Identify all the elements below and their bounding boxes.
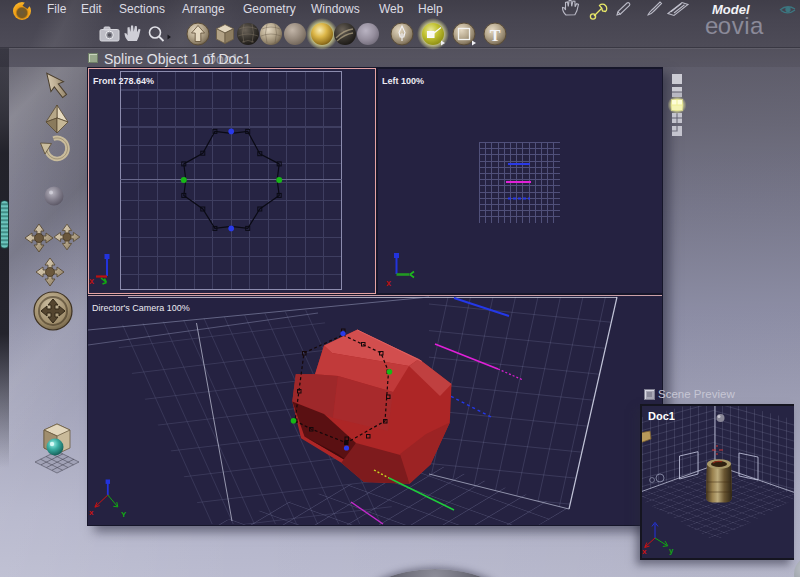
svg-text:Y: Y <box>121 510 127 519</box>
svg-text:T: T <box>490 27 501 44</box>
svg-text:y: y <box>669 546 674 555</box>
svg-text:eovia: eovia <box>705 12 764 39</box>
svg-text:x: x <box>89 276 94 286</box>
svg-text:x: x <box>386 278 391 288</box>
svg-text:x: x <box>642 547 647 556</box>
svg-text:x: x <box>89 508 94 517</box>
